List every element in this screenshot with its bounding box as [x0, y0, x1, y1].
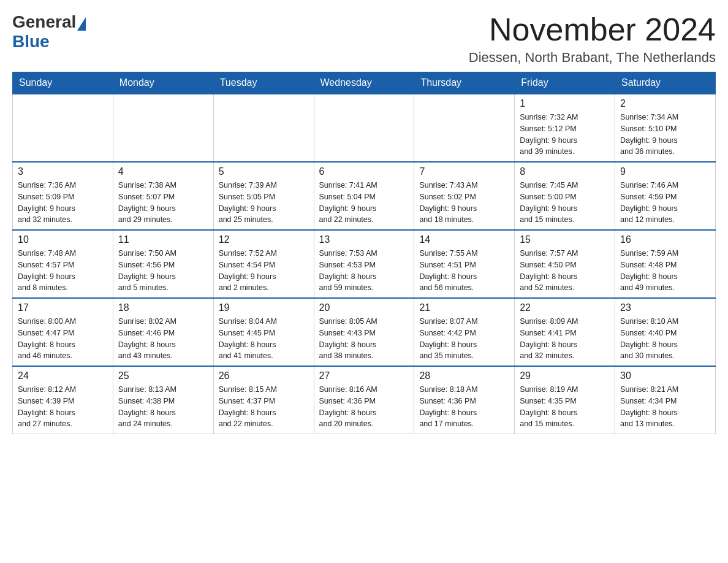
day-number: 20 [319, 302, 409, 313]
calendar-cell: 10Sunrise: 7:48 AM Sunset: 4:57 PM Dayli… [13, 230, 113, 298]
calendar-cell: 26Sunrise: 8:15 AM Sunset: 4:37 PM Dayli… [213, 366, 314, 434]
calendar-cell: 13Sunrise: 7:53 AM Sunset: 4:53 PM Dayli… [314, 230, 414, 298]
day-number: 28 [419, 370, 509, 381]
calendar-cell: 7Sunrise: 7:43 AM Sunset: 5:02 PM Daylig… [414, 162, 515, 230]
day-number: 1 [520, 98, 610, 109]
weekday-header-saturday: Saturday [615, 72, 716, 94]
day-number: 11 [118, 234, 208, 245]
weekday-header-sunday: Sunday [13, 72, 113, 94]
day-number: 23 [620, 302, 710, 313]
day-info: Sunrise: 8:15 AM Sunset: 4:37 PM Dayligh… [219, 384, 309, 430]
calendar-cell: 12Sunrise: 7:52 AM Sunset: 4:54 PM Dayli… [213, 230, 314, 298]
calendar-cell: 29Sunrise: 8:19 AM Sunset: 4:35 PM Dayli… [515, 366, 615, 434]
calendar-cell: 6Sunrise: 7:41 AM Sunset: 5:04 PM Daylig… [314, 162, 414, 230]
calendar-week-4: 17Sunrise: 8:00 AM Sunset: 4:47 PM Dayli… [13, 298, 716, 366]
calendar-week-3: 10Sunrise: 7:48 AM Sunset: 4:57 PM Dayli… [13, 230, 716, 298]
calendar-cell: 27Sunrise: 8:16 AM Sunset: 4:36 PM Dayli… [314, 366, 414, 434]
logo: General Blue [12, 12, 86, 52]
day-number: 12 [219, 234, 309, 245]
day-info: Sunrise: 7:41 AM Sunset: 5:04 PM Dayligh… [319, 180, 409, 226]
weekday-header-monday: Monday [113, 72, 213, 94]
day-number: 18 [118, 302, 208, 313]
title-block: November 2024 Diessen, North Brabant, Th… [469, 12, 716, 66]
day-info: Sunrise: 7:57 AM Sunset: 4:50 PM Dayligh… [520, 248, 610, 294]
day-info: Sunrise: 8:12 AM Sunset: 4:39 PM Dayligh… [18, 384, 108, 430]
calendar-cell: 22Sunrise: 8:09 AM Sunset: 4:41 PM Dayli… [515, 298, 615, 366]
calendar-cell: 25Sunrise: 8:13 AM Sunset: 4:38 PM Dayli… [113, 366, 213, 434]
day-info: Sunrise: 7:45 AM Sunset: 5:00 PM Dayligh… [520, 180, 610, 226]
day-info: Sunrise: 7:59 AM Sunset: 4:48 PM Dayligh… [620, 248, 710, 294]
logo-blue-text: Blue [12, 32, 50, 51]
day-number: 26 [219, 370, 309, 381]
day-number: 7 [419, 166, 509, 177]
day-info: Sunrise: 8:04 AM Sunset: 4:45 PM Dayligh… [219, 316, 309, 362]
location-title: Diessen, North Brabant, The Netherlands [469, 50, 716, 66]
day-info: Sunrise: 7:38 AM Sunset: 5:07 PM Dayligh… [118, 180, 208, 226]
day-number: 17 [18, 302, 108, 313]
calendar-cell: 8Sunrise: 7:45 AM Sunset: 5:00 PM Daylig… [515, 162, 615, 230]
day-info: Sunrise: 7:53 AM Sunset: 4:53 PM Dayligh… [319, 248, 409, 294]
day-info: Sunrise: 7:48 AM Sunset: 4:57 PM Dayligh… [18, 248, 108, 294]
calendar-cell [113, 94, 213, 162]
calendar-cell [13, 94, 113, 162]
day-info: Sunrise: 7:39 AM Sunset: 5:05 PM Dayligh… [219, 180, 309, 226]
day-info: Sunrise: 7:55 AM Sunset: 4:51 PM Dayligh… [419, 248, 509, 294]
day-info: Sunrise: 8:21 AM Sunset: 4:34 PM Dayligh… [620, 384, 710, 430]
day-info: Sunrise: 8:18 AM Sunset: 4:36 PM Dayligh… [419, 384, 509, 430]
day-info: Sunrise: 7:36 AM Sunset: 5:09 PM Dayligh… [18, 180, 108, 226]
weekday-header-tuesday: Tuesday [213, 72, 314, 94]
calendar-cell: 3Sunrise: 7:36 AM Sunset: 5:09 PM Daylig… [13, 162, 113, 230]
day-info: Sunrise: 8:16 AM Sunset: 4:36 PM Dayligh… [319, 384, 409, 430]
day-number: 9 [620, 166, 710, 177]
calendar-cell [414, 94, 515, 162]
calendar-cell: 28Sunrise: 8:18 AM Sunset: 4:36 PM Dayli… [414, 366, 515, 434]
weekday-header-thursday: Thursday [414, 72, 515, 94]
day-info: Sunrise: 7:52 AM Sunset: 4:54 PM Dayligh… [219, 248, 309, 294]
day-info: Sunrise: 7:43 AM Sunset: 5:02 PM Dayligh… [419, 180, 509, 226]
day-info: Sunrise: 8:07 AM Sunset: 4:42 PM Dayligh… [419, 316, 509, 362]
calendar-cell: 17Sunrise: 8:00 AM Sunset: 4:47 PM Dayli… [13, 298, 113, 366]
calendar-week-2: 3Sunrise: 7:36 AM Sunset: 5:09 PM Daylig… [13, 162, 716, 230]
day-number: 2 [620, 98, 710, 109]
day-number: 15 [520, 234, 610, 245]
calendar-cell: 14Sunrise: 7:55 AM Sunset: 4:51 PM Dayli… [414, 230, 515, 298]
day-number: 6 [319, 166, 409, 177]
day-info: Sunrise: 7:32 AM Sunset: 5:12 PM Dayligh… [520, 112, 610, 158]
day-info: Sunrise: 7:34 AM Sunset: 5:10 PM Dayligh… [620, 112, 710, 158]
logo-triangle-icon [77, 17, 86, 31]
calendar-cell: 1Sunrise: 7:32 AM Sunset: 5:12 PM Daylig… [515, 94, 615, 162]
calendar-cell: 24Sunrise: 8:12 AM Sunset: 4:39 PM Dayli… [13, 366, 113, 434]
calendar-cell: 2Sunrise: 7:34 AM Sunset: 5:10 PM Daylig… [615, 94, 716, 162]
day-info: Sunrise: 8:10 AM Sunset: 4:40 PM Dayligh… [620, 316, 710, 362]
calendar-week-5: 24Sunrise: 8:12 AM Sunset: 4:39 PM Dayli… [13, 366, 716, 434]
day-info: Sunrise: 8:02 AM Sunset: 4:46 PM Dayligh… [118, 316, 208, 362]
calendar-cell: 20Sunrise: 8:05 AM Sunset: 4:43 PM Dayli… [314, 298, 414, 366]
calendar-cell: 5Sunrise: 7:39 AM Sunset: 5:05 PM Daylig… [213, 162, 314, 230]
day-number: 14 [419, 234, 509, 245]
calendar-table: SundayMondayTuesdayWednesdayThursdayFrid… [12, 72, 716, 434]
day-number: 30 [620, 370, 710, 381]
calendar-cell: 21Sunrise: 8:07 AM Sunset: 4:42 PM Dayli… [414, 298, 515, 366]
calendar-cell: 16Sunrise: 7:59 AM Sunset: 4:48 PM Dayli… [615, 230, 716, 298]
day-number: 10 [18, 234, 108, 245]
day-number: 16 [620, 234, 710, 245]
calendar-cell: 19Sunrise: 8:04 AM Sunset: 4:45 PM Dayli… [213, 298, 314, 366]
day-number: 22 [520, 302, 610, 313]
day-number: 27 [319, 370, 409, 381]
calendar-week-1: 1Sunrise: 7:32 AM Sunset: 5:12 PM Daylig… [13, 94, 716, 162]
calendar-cell: 18Sunrise: 8:02 AM Sunset: 4:46 PM Dayli… [113, 298, 213, 366]
calendar-cell: 23Sunrise: 8:10 AM Sunset: 4:40 PM Dayli… [615, 298, 716, 366]
day-info: Sunrise: 7:50 AM Sunset: 4:56 PM Dayligh… [118, 248, 208, 294]
day-info: Sunrise: 8:00 AM Sunset: 4:47 PM Dayligh… [18, 316, 108, 362]
calendar-cell: 11Sunrise: 7:50 AM Sunset: 4:56 PM Dayli… [113, 230, 213, 298]
day-info: Sunrise: 8:09 AM Sunset: 4:41 PM Dayligh… [520, 316, 610, 362]
page-header: General Blue November 2024 Diessen, Nort… [12, 12, 716, 66]
day-info: Sunrise: 7:46 AM Sunset: 4:59 PM Dayligh… [620, 180, 710, 226]
day-info: Sunrise: 8:13 AM Sunset: 4:38 PM Dayligh… [118, 384, 208, 430]
day-number: 13 [319, 234, 409, 245]
month-title: November 2024 [469, 12, 716, 47]
day-info: Sunrise: 8:05 AM Sunset: 4:43 PM Dayligh… [319, 316, 409, 362]
day-number: 21 [419, 302, 509, 313]
calendar-cell: 9Sunrise: 7:46 AM Sunset: 4:59 PM Daylig… [615, 162, 716, 230]
day-number: 24 [18, 370, 108, 381]
